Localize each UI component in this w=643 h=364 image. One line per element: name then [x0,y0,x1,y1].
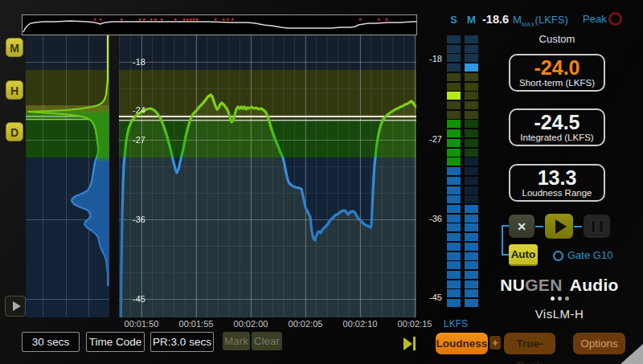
dot[interactable] [558,297,562,301]
play-icon [13,301,21,311]
meter-segment [465,129,478,137]
meter-segment [465,271,478,279]
transport-connector [574,226,582,227]
meter-segment [465,299,478,307]
transport-connector [535,226,543,227]
meter-segment [447,129,461,137]
pause-button[interactable] [584,215,610,238]
meter-segment [447,101,461,109]
resize-handle[interactable] [620,344,643,364]
history-mode-button[interactable]: H [6,80,23,100]
peak-label: Peak [583,13,607,25]
meter-segment [447,35,461,43]
practical-range-button[interactable]: PR:3.0 secs [150,332,214,352]
play-icon [555,219,567,234]
time-label: 00:02:15 [391,319,439,329]
short-term-readout[interactable]: -24.0 Short-term (LKFS) [509,54,605,92]
time-label: 00:02:00 [227,319,275,329]
meter-segment [447,271,461,279]
meter-segment [447,205,461,213]
meter-segment [447,63,461,72]
auto-link-line [502,225,503,256]
integrated-readout[interactable]: -24.5 Integrated (LKFS) [509,108,605,146]
gate-label: Gate G10 [567,249,612,261]
meter-segment [447,83,461,91]
meter-segment [465,54,478,62]
meter-segment [447,195,461,203]
gate-indicator[interactable] [553,251,563,261]
meter-segment [465,35,478,43]
auto-link-line [502,254,509,256]
reset-button[interactable]: ✕ [509,215,534,238]
meter-segment [447,243,461,251]
options-button[interactable]: Options [573,333,625,354]
meter-segment [465,120,478,128]
meter-segment [465,289,478,297]
meter-segment [447,111,461,119]
meter-segment [465,186,478,194]
meter-segment [465,149,478,157]
time-label: 00:02:05 [281,319,330,329]
auto-button[interactable]: Auto [509,244,538,266]
meter-segment [447,177,461,185]
skip-to-end-button[interactable] [403,337,416,350]
mark-button[interactable]: Mark [223,332,250,350]
loudness-distribution-panel [26,35,109,317]
meter-segment [447,45,461,53]
meter-segment [465,83,478,91]
meter-unit-label: LKFS [440,318,472,329]
mmax-unit-label: (LKFS) [535,14,568,26]
meter-segment [465,177,478,185]
meter-segment [447,280,461,288]
integrated-value: -24.5 [510,112,604,133]
mmax-m-label: M [513,14,522,26]
meter-segment [447,120,461,128]
loudness-range-readout[interactable]: 13.3 Loudness Range [509,164,605,202]
meter-segment [465,205,478,213]
meter-segment [447,167,461,175]
meter-segment [465,195,478,203]
meter-segment [447,215,461,223]
preset-name[interactable]: Custom [509,33,605,45]
mmax-readout: -18.6MMAX(LKFS) [482,12,568,27]
meter-segment [465,167,478,175]
history-scroll-button[interactable] [5,296,26,317]
meter-segment [465,261,478,269]
timecode-button[interactable]: Time Code [86,332,145,352]
meter-segment [465,111,478,119]
split-view-button[interactable]: + [489,336,501,350]
momentary-mode-button[interactable]: M [6,38,23,57]
true-peak-tab[interactable]: True-Peak [504,333,555,354]
page-dots[interactable] [493,297,626,301]
meter-segment [465,139,478,147]
time-label: 00:01:55 [172,319,220,329]
dot[interactable] [565,297,569,301]
meter-segment [447,54,461,62]
meter-segment [465,215,478,223]
dot[interactable] [551,297,555,301]
loudness-tab[interactable]: Loudness [436,333,488,354]
meter-segment [447,149,461,157]
meter-segment [447,223,461,231]
peak-indicator-led[interactable] [608,12,622,26]
window-length-button[interactable]: 30 secs [22,332,80,352]
mmax-sub-label: MAX [522,22,535,27]
auto-link-line [502,225,509,227]
mmax-value: -18.6 [482,13,509,26]
meter-segment [447,289,461,297]
meter-scale-label: -27 [418,134,442,144]
time-label: 00:02:10 [336,319,384,329]
nugen-audio-logo: NUGEN Audio [493,276,626,295]
clear-button[interactable]: Clear [252,332,282,350]
meter-segment [465,233,478,241]
meter-segment [447,139,461,147]
meter-scale-label: -45 [418,292,442,302]
meter-segment [465,73,478,81]
meter-scale-label: -36 [418,214,442,223]
loudness-overview-strip[interactable] [22,14,417,35]
distribution-mode-button[interactable]: D [6,122,23,141]
play-button[interactable] [545,214,573,239]
meter-segment [465,101,478,109]
loudness-history-graph [119,35,416,317]
pause-icon [591,220,596,233]
